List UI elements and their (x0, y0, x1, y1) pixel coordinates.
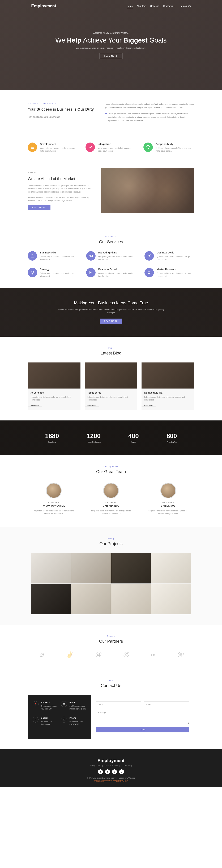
email-input[interactable] (144, 701, 189, 707)
service-desc: Quisque sagittis lacus eu lorem sodales … (40, 255, 77, 261)
ahead-p1: Lorem ipsum dolor sit amet, consectetur … (28, 184, 94, 193)
nav-contact[interactable]: Contact Us (180, 5, 191, 7)
blog-card: Dumus quis blaIndignation and dislike me… (141, 363, 194, 410)
stat-number: 800 (166, 432, 177, 440)
blog-post-title: Dumus quis bla (141, 389, 194, 396)
contact-info-panel: 📍AddressThe company name,New York City. … (28, 695, 91, 739)
partner-logo: ✌ (66, 651, 73, 658)
ahead-title: We are Ahead of the Market (28, 177, 94, 181)
service-title: Marketing Plans (98, 251, 136, 254)
member-desc: Indignation and dislike men who are so b… (30, 509, 78, 515)
svg-rect-0 (31, 255, 34, 257)
development-icon (28, 143, 37, 152)
service-desc: Quisque sagittis lacus eu lorem sodales … (98, 255, 136, 261)
service-desc: Quisque sagittis lacus eu lorem sodales … (157, 272, 194, 278)
stat-popularity: 1680Popularity (45, 432, 59, 443)
partners-eyebrow: Sponsors (28, 635, 194, 637)
cta-title: Making Your Business Ideas Come True (57, 301, 165, 305)
team-member: DESIGNERDANIEL DOEIndignation and dislik… (142, 481, 194, 517)
ci-heading: Address (41, 701, 57, 704)
main-nav: Home About Us Services Dropdown Contact … (127, 4, 191, 7)
intro-quote: Lorem ipsum dolor sit amet, consectetur … (105, 112, 194, 122)
location-icon: 📍 (33, 701, 38, 707)
blog-section: Posts Latest Blog At vero eosIndignation… (28, 337, 194, 421)
twitter-icon[interactable]: t (105, 769, 110, 774)
blog-read-more-link[interactable]: Read More (141, 405, 156, 407)
dribbble-icon[interactable]: d (112, 769, 117, 774)
blog-read-more-link[interactable]: Read More (85, 405, 99, 407)
blog-post-title: At vero eos (28, 389, 81, 396)
phone-icon: ✆ (61, 717, 67, 722)
partner-logo: ∞ (151, 651, 155, 658)
service-optimize: Optimize DealsQuisque sagittis lacus eu … (145, 251, 194, 261)
vk-icon[interactable]: v (119, 769, 124, 774)
team-eyebrow: Amazing People (28, 466, 194, 467)
stats-section: 1680Popularity 1200Happy Customers 400Pr… (0, 421, 222, 455)
team-section: Amazing People Our Great Team FOUNDERJAS… (28, 455, 194, 527)
avatar (160, 483, 176, 498)
stat-number: 1200 (87, 432, 101, 440)
hero-cta-button[interactable]: Read More (100, 53, 123, 59)
contact-email: ✉Emailmail@example.commail2@example.com (61, 701, 86, 710)
stat-prizes: 400Prizes (128, 432, 139, 443)
footer-social: f t d v (0, 769, 222, 774)
name-input[interactable] (96, 701, 141, 707)
cta-button[interactable]: Read More (100, 318, 122, 324)
contact-form: Send (91, 695, 194, 739)
member-desc: Indignation and dislike men who are so b… (87, 509, 135, 515)
footer-brand: Employment (0, 758, 222, 763)
chart-icon (86, 268, 96, 277)
blog-read-more-link[interactable]: Read More (28, 405, 42, 407)
project-thumb[interactable] (112, 584, 151, 615)
project-thumb[interactable] (112, 553, 151, 584)
nav-services[interactable]: Services (150, 5, 159, 7)
service-strategy: StrategyQuisque sagittis lacus eu lorem … (28, 268, 77, 278)
responsibility-icon (144, 143, 153, 152)
projects-title: Our Projects (31, 541, 191, 546)
footer-policies: Privacy Policy | Terms of Service | Cook… (0, 765, 222, 767)
send-button[interactable]: Send (96, 727, 189, 733)
intro-paragraph: Nemo voluptatem quia voluptas sit aspern… (105, 102, 194, 110)
nav-home[interactable]: Home (127, 5, 133, 8)
blog-post-title: Tccus et ius (85, 389, 137, 396)
svg-point-2 (148, 271, 150, 274)
intro-section: WELCOME TO OUR WEBSITE! Your Success in … (28, 90, 194, 137)
nav-dropdown[interactable]: Dropdown (163, 5, 176, 7)
blog-post-desc: Indignation and dislike men who are so b… (141, 396, 194, 404)
team-title: Our Great Team (28, 469, 194, 474)
logo[interactable]: Employment (31, 3, 56, 8)
project-thumb[interactable] (151, 584, 191, 615)
nav-about[interactable]: About Us (137, 5, 146, 7)
ahead-eyebrow: Some Info (28, 171, 94, 174)
search-icon (145, 268, 154, 277)
megaphone-icon (86, 251, 96, 260)
project-thumb[interactable] (31, 553, 71, 584)
blog-image (85, 363, 137, 389)
feature-title: Integration (98, 143, 136, 146)
service-title: Market Research (157, 268, 194, 271)
feature-desc: Morbi varius lacus commodo felis tempor,… (156, 147, 194, 152)
project-thumb[interactable] (31, 584, 71, 615)
project-thumb[interactable] (151, 553, 191, 584)
member-desc: Indignation and dislike men who are so b… (144, 509, 192, 515)
message-input[interactable] (96, 710, 189, 724)
stat-label: Happy Customers (87, 441, 101, 443)
projects-eyebrow: Gallery (31, 538, 191, 539)
partner-logo: ⓔ (177, 651, 183, 659)
ahead-cta-button[interactable]: Read More (28, 205, 51, 210)
facebook-icon[interactable]: f (98, 769, 103, 774)
intro-tagline: Rich and Successful Experience (28, 116, 94, 118)
project-thumb[interactable] (71, 553, 110, 584)
footer-copyright: © 2018 Employment. All rights reserved |… (0, 777, 222, 779)
member-role: DESIGNER (144, 501, 192, 504)
features-section: DevelopmentMorbi varius lacus commodo fe… (28, 137, 194, 163)
project-thumb[interactable] (71, 584, 110, 615)
blog-card: At vero eosIndignation and dislike men w… (28, 363, 81, 410)
lightbulb-icon (28, 268, 37, 277)
feature-desc: Morbi varius lacus commodo felis tempor,… (40, 147, 78, 152)
partner-logo: ⓐ (95, 651, 101, 659)
avatar (46, 483, 62, 498)
ahead-p2: Penatibus imperdiet a cubilia faucibus a… (28, 196, 94, 202)
partner-logo: ⊘ (39, 651, 44, 658)
service-research: Market ResearchQuisque sagittis lacus eu… (145, 268, 194, 278)
